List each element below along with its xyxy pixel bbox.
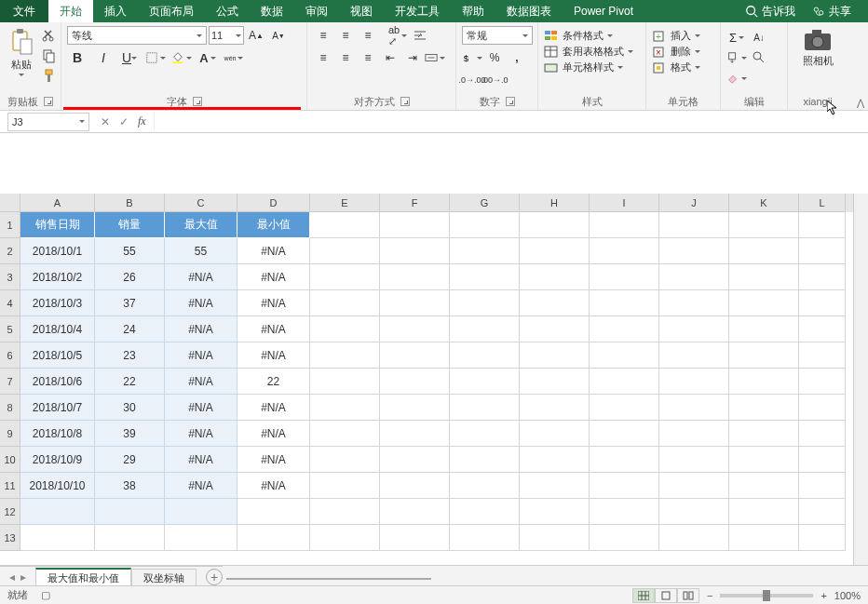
align-left-button[interactable]: ≡ — [313, 48, 333, 67]
cell-L9[interactable] — [799, 421, 846, 447]
vertical-scrollbar[interactable] — [853, 194, 868, 573]
fill-button[interactable] — [726, 48, 747, 67]
name-box[interactable]: J3 — [7, 113, 89, 131]
cell-K4[interactable] — [729, 290, 799, 316]
format-cells-button[interactable]: 格式 — [652, 60, 700, 75]
align-center-button[interactable]: ≡ — [335, 48, 356, 67]
cell-K12[interactable] — [729, 499, 799, 525]
cell-E10[interactable] — [310, 447, 380, 473]
cell-E3[interactable] — [310, 264, 380, 290]
cell-E12[interactable] — [310, 499, 380, 525]
cell-C1[interactable]: 最大值 — [165, 212, 237, 238]
cell-F10[interactable] — [380, 447, 450, 473]
cell-K3[interactable] — [729, 264, 799, 290]
align-right-button[interactable]: ≡ — [358, 48, 378, 67]
cell-A2[interactable]: 2018/10/1 — [20, 238, 95, 264]
cell-K2[interactable] — [729, 238, 799, 264]
cell-F13[interactable] — [380, 525, 450, 551]
sheet-tab-other[interactable]: 双坐标轴 — [131, 569, 197, 587]
cell-B1[interactable]: 销量 — [95, 212, 165, 238]
colhdr-I[interactable]: I — [590, 194, 659, 212]
cell-K9[interactable] — [729, 421, 799, 447]
cell-J13[interactable] — [659, 525, 729, 551]
cell-J8[interactable] — [659, 395, 729, 421]
cell-I5[interactable] — [590, 316, 659, 342]
percent-button[interactable]: % — [484, 48, 505, 67]
cell-A4[interactable]: 2018/10/3 — [20, 290, 95, 316]
cell-A10[interactable]: 2018/10/9 — [20, 447, 95, 473]
tab-help[interactable]: 帮助 — [451, 0, 495, 22]
cell-K6[interactable] — [729, 342, 799, 369]
tab-file[interactable]: 文件 — [0, 0, 48, 22]
cell-B7[interactable]: 22 — [95, 369, 165, 395]
tab-insert[interactable]: 插入 — [93, 0, 138, 22]
cell-F3[interactable] — [380, 264, 450, 290]
colhdr-A[interactable]: A — [20, 194, 95, 212]
cell-A3[interactable]: 2018/10/2 — [20, 264, 95, 290]
cell-J6[interactable] — [659, 342, 729, 369]
formula-input[interactable] — [154, 113, 868, 131]
align-bottom-button[interactable]: ≡ — [358, 26, 378, 45]
cell-L5[interactable] — [799, 316, 846, 342]
zoom-level[interactable]: 100% — [834, 590, 861, 601]
align-top-button[interactable]: ≡ — [313, 26, 333, 45]
cell-A8[interactable]: 2018/10/7 — [20, 395, 95, 421]
cell-C5[interactable]: #N/A — [165, 316, 237, 342]
collapse-ribbon-button[interactable]: ⋀ — [857, 98, 864, 108]
cell-F11[interactable] — [380, 473, 450, 499]
cell-A11[interactable]: 2018/10/10 — [20, 473, 95, 499]
cell-E1[interactable] — [310, 212, 380, 238]
number-launcher[interactable] — [506, 97, 515, 106]
view-normal-button[interactable] — [632, 588, 655, 603]
orientation-button[interactable]: ab⤢ — [387, 26, 408, 45]
cell-C12[interactable] — [165, 499, 237, 525]
colhdr-H[interactable]: H — [520, 194, 590, 212]
merge-button[interactable] — [425, 48, 445, 67]
cell-K7[interactable] — [729, 369, 799, 395]
cell-G10[interactable] — [450, 447, 520, 473]
cell-F1[interactable] — [380, 212, 450, 238]
cell-I11[interactable] — [590, 473, 659, 499]
cell-H8[interactable] — [520, 395, 590, 421]
zoom-slider[interactable] — [720, 594, 813, 597]
colhdr-J[interactable]: J — [659, 194, 729, 212]
cell-D10[interactable]: #N/A — [237, 447, 310, 473]
cell-D9[interactable]: #N/A — [237, 421, 310, 447]
cell-E5[interactable] — [310, 316, 380, 342]
cell-H1[interactable] — [520, 212, 590, 238]
decrease-font-button[interactable]: A▼ — [268, 26, 289, 45]
cell-K5[interactable] — [729, 316, 799, 342]
cell-B12[interactable] — [95, 499, 165, 525]
cell-D8[interactable]: #N/A — [237, 395, 310, 421]
cell-L13[interactable] — [799, 525, 846, 551]
border-button[interactable] — [145, 48, 166, 67]
dec-decimal-button[interactable]: .00→.0 — [484, 71, 505, 89]
cell-D3[interactable]: #N/A — [237, 264, 310, 290]
colhdr-G[interactable]: G — [450, 194, 520, 212]
cell-L4[interactable] — [799, 290, 846, 316]
rowhdr-9[interactable]: 9 — [0, 421, 20, 447]
cell-I4[interactable] — [590, 290, 659, 316]
cell-B9[interactable]: 39 — [95, 421, 165, 447]
cell-J3[interactable] — [659, 264, 729, 290]
colhdr-C[interactable]: C — [165, 194, 237, 212]
increase-font-button[interactable]: A▲ — [246, 26, 266, 45]
macro-record-button[interactable]: ▢ — [41, 589, 50, 601]
tab-datachart[interactable]: 数据图表 — [495, 0, 563, 22]
cell-H13[interactable] — [520, 525, 590, 551]
cell-I1[interactable] — [590, 212, 659, 238]
view-page-button[interactable] — [655, 588, 677, 603]
cell-I8[interactable] — [590, 395, 659, 421]
cell-E9[interactable] — [310, 421, 380, 447]
fx-button[interactable]: fx — [138, 114, 146, 128]
cell-L12[interactable] — [799, 499, 846, 525]
cell-H7[interactable] — [520, 369, 590, 395]
cell-J4[interactable] — [659, 290, 729, 316]
colhdr-K[interactable]: K — [729, 194, 799, 212]
rowhdr-2[interactable]: 2 — [0, 238, 20, 264]
cell-J7[interactable] — [659, 369, 729, 395]
cell-L1[interactable] — [799, 212, 846, 238]
cell-J2[interactable] — [659, 238, 729, 264]
cell-C4[interactable]: #N/A — [165, 290, 237, 316]
cell-H3[interactable] — [520, 264, 590, 290]
